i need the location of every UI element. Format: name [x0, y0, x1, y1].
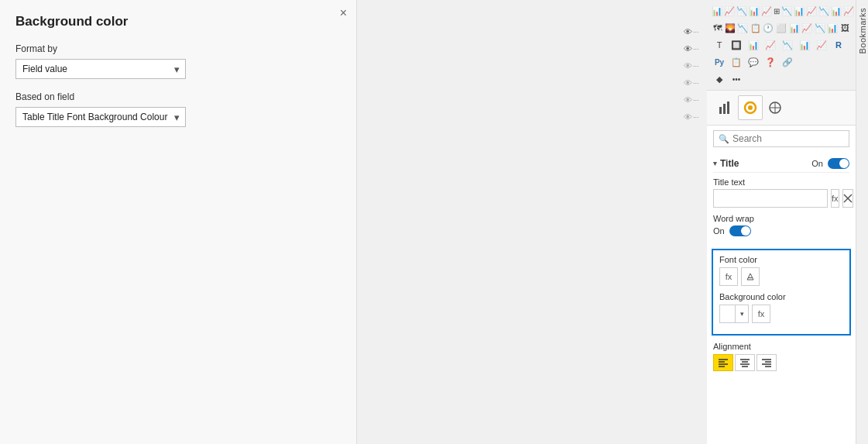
left-panel: Background color × Format by Field value… — [0, 0, 357, 444]
font-bg-color-section: Font color fx Background color ▾ — [712, 249, 851, 336]
svg-point-4 — [748, 105, 753, 110]
azuremap-icon[interactable]: 📉 — [737, 20, 749, 36]
icon-row-3: T 🔲 📊 📈 📉 📊 📈 R — [712, 37, 851, 53]
background-color-fx-button[interactable]: fx — [752, 305, 770, 323]
panel-title: Background color — [15, 14, 341, 29]
font-color-row: Font color fx — [719, 255, 843, 286]
smartnarr-icon[interactable]: 📈 — [814, 37, 829, 53]
area-chart-icon[interactable]: 📉 — [736, 3, 747, 19]
line-chart-icon[interactable]: 📈 — [724, 3, 735, 19]
center-panel — [357, 0, 682, 444]
search-input[interactable] — [732, 133, 844, 144]
font-color-fx-button[interactable]: fx — [719, 267, 738, 286]
background-color-swatch-button[interactable]: ▾ — [719, 305, 749, 323]
image-icon[interactable]: 🖼 — [839, 20, 851, 36]
box-icon[interactable]: 📈 — [843, 3, 854, 19]
based-on-label: Based on field — [15, 91, 341, 102]
chevron-down-icon: ▾ — [713, 160, 717, 167]
eye-icon-1: 👁 — [684, 27, 692, 36]
eye-dots-6: ··· — [693, 113, 699, 121]
title-text-clear-button[interactable] — [842, 189, 853, 208]
table-icon[interactable]: 📋 — [750, 20, 762, 36]
eye-row-2: 👁 ··· — [682, 40, 707, 57]
align-right-button[interactable] — [756, 354, 777, 371]
tab-format[interactable] — [738, 95, 763, 120]
eye-icon-6: 👁 — [684, 112, 692, 122]
right-strip: 👁 ··· 👁 ··· 👁 ··· 👁 ··· 👁 ··· 👁 ··· — [682, 0, 868, 444]
map-icon[interactable]: 🗺 — [712, 20, 723, 36]
eye-dots-5: ··· — [693, 96, 699, 104]
card-icon[interactable]: ⬜ — [776, 20, 787, 36]
python-icon[interactable]: Py — [712, 54, 727, 70]
hist-icon[interactable]: 📊 — [831, 3, 842, 19]
font-color-clear-button[interactable] — [741, 267, 760, 286]
background-color-swatch — [720, 305, 736, 322]
word-wrap-label: Word wrap — [713, 214, 849, 223]
eye-dots-3: ··· — [693, 62, 699, 70]
alignment-buttons — [713, 354, 849, 371]
combo-icon[interactable]: 📈 — [806, 3, 817, 19]
qa-icon[interactable]: 📊 — [797, 37, 812, 53]
ribbon-icon[interactable]: 📉 — [818, 3, 829, 19]
close-button[interactable]: × — [340, 6, 347, 20]
gauge-icon[interactable]: 📉 — [814, 20, 825, 36]
properties-panel: 📊 📈 📉 📊 📈 ⊞ 📉 📊 📈 📉 📊 📈 📉 🗺 � — [707, 0, 856, 444]
word-wrap-toggle-track[interactable] — [729, 225, 751, 236]
eye-icon-2: 👁 — [684, 44, 692, 53]
decomp-icon[interactable]: 📉 — [780, 37, 795, 53]
pie-icon[interactable]: 📈 — [761, 3, 772, 19]
title-text-fx-button[interactable]: fx — [831, 189, 839, 208]
align-left-button[interactable] — [713, 354, 733, 371]
title-text-label: Title text — [713, 177, 849, 187]
align-center-button[interactable] — [735, 354, 755, 371]
tab-visualizations[interactable] — [713, 95, 738, 120]
shape2-icon[interactable]: ◆ — [712, 71, 727, 87]
font-color-label: Font color — [719, 255, 843, 264]
aitables-icon[interactable]: 📈 — [763, 37, 778, 53]
alignment-section: Alignment — [707, 339, 856, 374]
format-by-select[interactable]: Field value — [15, 59, 186, 79]
eye-row-4: 👁 ··· — [682, 74, 707, 91]
title-text-input[interactable] — [713, 189, 828, 208]
main-container: Background color × Format by Field value… — [0, 0, 868, 444]
narrative-icon[interactable]: 💬 — [746, 54, 761, 70]
shape-icon[interactable]: 📊 — [827, 20, 839, 36]
title-section: ▾ Title On Title text — [707, 152, 856, 246]
eye-dots-2: ··· — [693, 45, 699, 53]
title-toggle-thumb — [839, 159, 849, 168]
tab-analytics[interactable] — [763, 95, 787, 120]
slicer-icon[interactable]: 📊 — [746, 37, 761, 53]
icon-row-2: 🗺 🌄 📉 📋 🕐 ⬜ 📊 📈 📉 📊 🖼 — [712, 20, 851, 36]
title-toggle-switch[interactable] — [828, 158, 849, 169]
svg-rect-2 — [727, 102, 729, 114]
format-by-wrapper: Field value — [15, 59, 186, 79]
treemap-icon[interactable]: ⊞ — [774, 3, 780, 19]
r-icon[interactable]: R — [831, 37, 846, 53]
icon-row-1: 📊 📈 📉 📊 📈 ⊞ 📉 📊 📈 📉 📊 📈 📉 — [712, 3, 851, 19]
kpi-icon[interactable]: 📈 — [801, 20, 813, 36]
bar-chart-icon[interactable]: 📊 — [712, 3, 722, 19]
textbox-icon[interactable]: T — [712, 37, 727, 53]
funnel-icon[interactable]: 📊 — [794, 3, 805, 19]
multirow-icon[interactable]: 📊 — [788, 20, 800, 36]
title-toggle-track[interactable] — [828, 158, 849, 169]
word-wrap-row-container: Word wrap On — [713, 214, 849, 236]
filled-map-icon[interactable]: 🌄 — [725, 20, 736, 36]
button-icon[interactable]: 🔲 — [729, 37, 744, 53]
eye-dots-4: ··· — [693, 79, 699, 87]
based-on-select[interactable]: Table Title Font Background Colour — [15, 107, 186, 127]
waterfall-icon[interactable]: 📉 — [781, 3, 792, 19]
tooltip-icon[interactable]: ❓ — [763, 54, 778, 70]
matrix-icon[interactable]: 🕐 — [763, 20, 774, 36]
more-icon[interactable]: ••• — [729, 71, 744, 87]
svg-rect-1 — [723, 104, 726, 114]
word-wrap-toggle-switch[interactable] — [729, 225, 751, 236]
scatter-icon[interactable]: 📊 — [749, 3, 760, 19]
paginated-icon[interactable]: 📋 — [729, 54, 744, 70]
background-color-input-row: ▾ fx — [719, 305, 843, 323]
title-text-input-row: fx — [713, 189, 849, 208]
eye-icon-4: 👁 — [684, 78, 692, 88]
eye-row-6: 👁 ··· — [682, 108, 707, 126]
word-wrap-on-label: On — [713, 226, 725, 236]
powerapp-icon[interactable]: 🔗 — [780, 54, 795, 70]
